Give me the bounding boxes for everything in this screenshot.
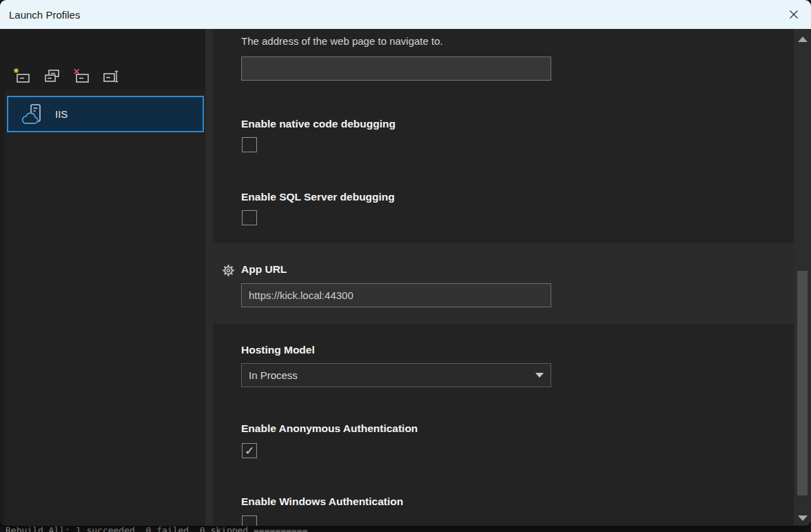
iis-server-cloud-icon	[20, 103, 46, 125]
scroll-down-icon[interactable]	[798, 515, 808, 521]
profiles-list	[5, 90, 205, 526]
anonymous-auth-label: Enable Anonymous Authentication	[241, 422, 418, 435]
dialog-titlebar[interactable]: Launch Profiles	[0, 0, 811, 29]
chevron-down-icon	[535, 373, 544, 378]
close-icon	[788, 9, 799, 20]
address-input[interactable]	[241, 57, 551, 81]
profile-item-iis[interactable]: IIS	[7, 96, 204, 132]
build-output-text: Rebuild All: 1 succeeded, 0 failed, 0 sk…	[0, 525, 648, 532]
delete-profile-button[interactable]	[72, 67, 90, 85]
windows-auth-checkbox[interactable]	[242, 515, 257, 526]
native-debug-label: Enable native code debugging	[241, 118, 396, 130]
dialog-title: Launch Profiles	[0, 9, 80, 21]
vertical-scrollbar[interactable]	[794, 29, 811, 526]
new-profile-button[interactable]	[12, 67, 31, 85]
scroll-up-icon[interactable]	[798, 37, 808, 42]
app-url-label: App URL	[241, 263, 287, 276]
duplicate-profile-button[interactable]	[42, 67, 61, 85]
gear-icon	[221, 263, 236, 280]
duplicate-profile-icon	[43, 68, 61, 85]
native-debug-checkbox[interactable]	[242, 137, 257, 152]
sql-debug-checkbox[interactable]	[242, 210, 257, 225]
scrollbar-thumb[interactable]	[797, 271, 808, 495]
profiles-sidebar: IIS	[0, 29, 205, 526]
sql-debug-label: Enable SQL Server debugging	[241, 191, 395, 203]
settings-pane: The address of the web page to navigate …	[213, 29, 794, 526]
launch-profiles-dialog: Launch Profiles	[0, 0, 811, 526]
hosting-model-select[interactable]: In Process	[241, 363, 551, 387]
hosting-model-label: Hosting Model	[241, 344, 315, 356]
windows-auth-label: Enable Windows Authentication	[241, 495, 403, 508]
app-url-input[interactable]	[241, 283, 551, 307]
new-profile-icon	[13, 68, 31, 85]
hosting-model-value: In Process	[249, 369, 535, 381]
close-button[interactable]	[781, 3, 806, 25]
anonymous-auth-checkbox[interactable]: ✓	[242, 443, 257, 458]
rename-profile-icon	[102, 68, 120, 85]
rename-profile-button[interactable]	[101, 67, 120, 85]
address-description: The address of the web page to navigate …	[241, 35, 443, 47]
sidebar-splitter[interactable]	[205, 29, 213, 526]
checkmark-icon: ✓	[245, 444, 254, 458]
profiles-toolbar	[12, 67, 120, 85]
delete-profile-icon	[72, 68, 90, 85]
profile-item-label: IIS	[55, 108, 68, 120]
background-output-line: Rebuild All: 1 succeeded, 0 failed, 0 sk…	[0, 525, 648, 532]
